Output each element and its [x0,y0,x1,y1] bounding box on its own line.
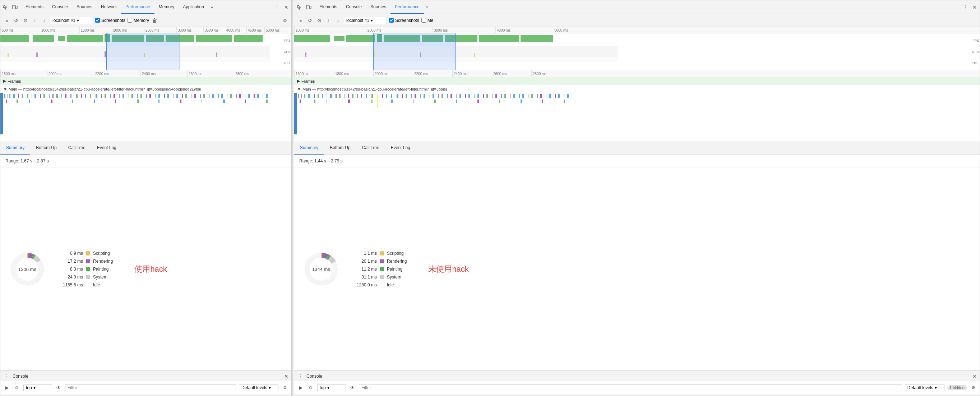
right-refresh-record-button[interactable]: ↺ [306,17,313,24]
right-console-levels-select[interactable]: Default levels ▾ [905,384,945,391]
right-target-select[interactable]: localhost #1 ▾ [344,17,387,24]
ruler-tick: 3000 ms [177,27,191,33]
svg-rect-128 [352,94,353,98]
tab-performance[interactable]: Performance [121,0,154,14]
svg-rect-2 [0,35,29,42]
right-screenshots-checkbox[interactable]: Screenshots [389,18,419,23]
close-panel-icon[interactable]: ✕ [283,3,290,11]
right-cursor-icon[interactable] [296,3,303,11]
tab-application[interactable]: Application [178,0,208,14]
main-thread-bars[interactable] [0,93,291,134]
svg-rect-28 [35,94,36,98]
right-console-eye-btn[interactable]: 👁 [349,384,356,391]
right-stop-button[interactable]: ⊘ [316,17,323,24]
svg-rect-100 [346,35,375,42]
right-upload-button[interactable]: ↑ [325,17,332,24]
device-icon[interactable] [11,3,18,11]
right-console-close[interactable]: ✕ [972,373,977,379]
refresh-record-button[interactable]: ↺ [13,17,20,24]
console-stop-btn[interactable]: ⊘ [13,384,21,391]
detail-ruler-tick: 2400 ms [140,70,156,77]
right-console-target-select[interactable]: top ▾ [317,384,346,391]
left-console-close[interactable]: ✕ [284,373,288,379]
svg-rect-105 [479,35,519,42]
left-detail-timeline[interactable]: 1800 ms 2000 ms 2200 ms 2400 ms 2600 ms … [0,70,291,142]
tab-event-log[interactable]: Event Log [91,142,122,154]
right-frames-row[interactable]: ▶ Frames [294,77,980,85]
upload-button[interactable]: ↑ [31,17,38,24]
tab-summary[interactable]: Summary [0,142,30,154]
right-tab-summary[interactable]: Summary [294,142,324,154]
record-button[interactable]: ● [3,17,10,24]
right-tab-event-log[interactable]: Event Log [385,142,416,154]
svg-rect-158 [495,94,497,98]
memory-checkbox[interactable]: Memory [127,18,149,23]
right-main-thread-bars[interactable] [294,93,980,134]
timeline-selection[interactable] [107,33,180,70]
console-eye-btn[interactable]: 👁 [55,384,62,391]
right-overview-timeline[interactable]: 1000 ms 2000 ms 3000 ms 4000 ms 5000 ms [294,27,980,70]
tab-more[interactable]: » [208,0,215,14]
right-tab-call-tree[interactable]: Call Tree [356,142,385,154]
svg-rect-146 [442,94,443,98]
tab-elements[interactable]: Elements [21,0,48,14]
left-console-title: Console [13,374,29,379]
right-timeline-selection[interactable] [373,33,456,70]
download-button[interactable]: ↓ [41,17,48,24]
left-overview-content[interactable]: FPS CPU NET [0,33,291,70]
right-close-panel-icon[interactable]: ✕ [971,3,978,11]
svg-rect-14 [8,53,9,57]
target-select[interactable]: localhost #1 ▾ [50,17,93,24]
screenshots-checkbox[interactable]: Screenshots [95,18,126,23]
right-overview-content[interactable]: FPS CPU NET [294,33,980,70]
ruler-tick: 1000 ms [40,27,55,33]
tab-console[interactable]: Console [48,0,72,14]
left-console-target-select[interactable]: top ▾ [23,384,52,391]
tab-network[interactable]: Network [97,0,121,14]
left-console-levels-select[interactable]: Default levels ▾ [239,384,278,391]
left-console-filter-input[interactable] [65,384,236,391]
stop-button[interactable]: ⊘ [22,17,29,24]
tab-memory[interactable]: Memory [154,0,178,14]
svg-rect-48 [128,94,129,98]
right-main-thread-label[interactable]: ▼ Main — http://localhost:63342/es-basic… [294,85,980,93]
svg-rect-15 [36,52,38,57]
tab-call-tree[interactable]: Call Tree [62,142,91,154]
svg-rect-35 [65,94,67,98]
frames-row[interactable]: ▶ Frames [0,77,291,85]
main-thread-label[interactable]: ▼ Main — http://localhost:63342/es-basic… [0,85,291,93]
right-console-settings-btn[interactable]: ⚙ [970,384,977,391]
right-more-options-icon[interactable]: ⋮ [962,3,969,11]
right-tab-bottom-up[interactable]: Bottom-Up [324,142,356,154]
settings-button[interactable]: ⚙ [281,17,288,24]
console-run-btn[interactable]: ▶ [3,384,10,391]
right-download-button[interactable]: ↓ [334,17,342,24]
right-device-icon[interactable] [305,3,312,11]
right-console-filter-input[interactable] [359,384,902,391]
right-tab-more[interactable]: » [424,0,431,14]
right-record-button[interactable]: ● [297,17,304,24]
more-options-icon[interactable]: ⋮ [274,3,280,11]
frames-arrow-icon: ▶ [3,79,6,83]
tab-sources[interactable]: Sources [72,0,97,14]
svg-rect-186 [520,100,522,103]
right-detail-timeline[interactable]: 1600 ms 1800 ms 2000 ms 2200 ms 2400 ms … [294,70,980,142]
left-console-settings-btn[interactable]: ⚙ [281,384,288,391]
tab-bottom-up[interactable]: Bottom-Up [30,142,62,154]
right-tab-console[interactable]: Console [342,0,366,14]
cursor-icon[interactable] [2,3,9,11]
svg-rect-118 [308,94,310,98]
svg-rect-183 [456,100,457,103]
right-legend-area: 1.1 ms Scripting 20.1 ms Rendering 11.2 … [352,251,407,288]
svg-rect-42 [101,94,102,98]
right-tab-performance[interactable]: Performance [390,0,424,14]
right-console-run-btn[interactable]: ▶ [297,384,304,391]
right-console-stop-btn[interactable]: ⊘ [307,384,314,391]
delete-button[interactable]: 🗑 [151,17,158,24]
right-memory-checkbox[interactable]: Me [422,18,434,23]
left-overview-timeline[interactable]: 500 ms 1000 ms 1500 ms 2000 ms 2500 ms 3… [0,27,291,70]
right-tab-sources[interactable]: Sources [366,0,390,14]
right-tab-elements[interactable]: Elements [315,0,342,14]
right-legend-rendering: 20.1 ms Rendering [352,259,407,264]
svg-rect-165 [528,94,528,98]
